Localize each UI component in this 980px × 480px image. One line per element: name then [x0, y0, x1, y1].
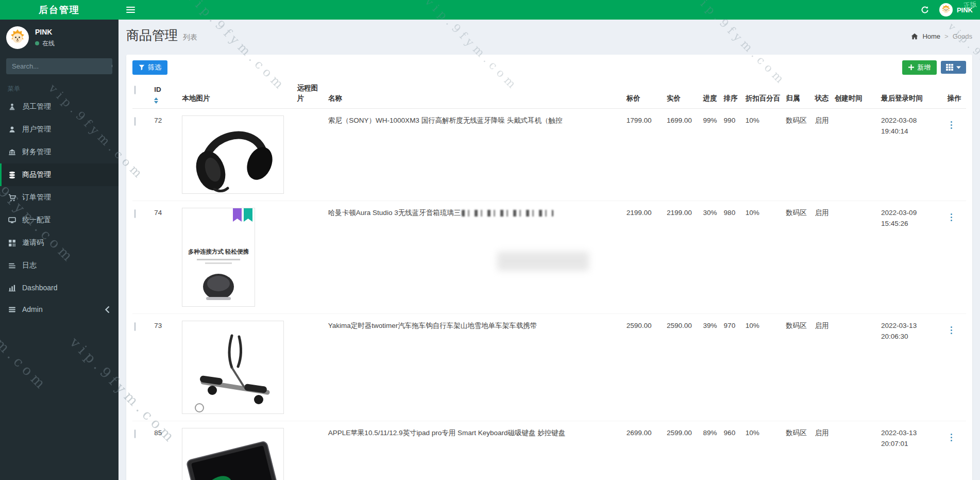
cell-remote-image: [295, 201, 326, 314]
row-actions-kebab-icon[interactable]: [948, 120, 956, 131]
row-actions-kebab-icon[interactable]: [948, 325, 956, 336]
search-icon[interactable]: [108, 58, 112, 74]
sidebar-item-logs[interactable]: 日志: [0, 254, 119, 277]
sidebar-item-label: 邀请码: [22, 238, 44, 247]
sidebar-item-label: Admin: [22, 305, 43, 313]
sidebar-item-label: 商品管理: [22, 170, 51, 179]
row-checkbox[interactable]: [134, 209, 136, 218]
sidebar-item-users[interactable]: 用户管理: [0, 118, 119, 141]
cell-price: 2199.00: [624, 201, 665, 314]
cell-category: 数码区: [784, 314, 813, 421]
col-header-actions: 操作: [945, 81, 966, 109]
col-header-discount: 折扣百分百: [744, 81, 784, 109]
sidebar-search: [6, 58, 112, 74]
cell-sort: 970: [722, 314, 744, 421]
row-actions-kebab-icon[interactable]: [948, 432, 956, 443]
navbar-username: PINK: [957, 6, 973, 14]
sidebar-item-admin[interactable]: Admin: [0, 299, 119, 320]
caret-down-icon: [956, 66, 961, 69]
sidebar-item-orders[interactable]: 订单管理: [0, 186, 119, 209]
sidebar-item-label: 财务管理: [22, 147, 51, 157]
cell-created: [833, 421, 879, 480]
menu-section-label: 菜单: [0, 78, 119, 95]
sidebar-item-label: 日志: [22, 261, 37, 270]
brand-logo: 后台管理: [0, 0, 119, 20]
sony-headphones-photo[interactable]: [182, 115, 284, 194]
col-header-category: 归属: [784, 81, 813, 109]
col-header-created: 创建时间: [833, 81, 879, 109]
add-button[interactable]: 新增: [902, 60, 937, 75]
bike-rack-photo[interactable]: [182, 321, 284, 414]
cell-id: 74: [152, 201, 180, 314]
speaker-image-caption: 多种连接方式 轻松便携: [188, 248, 249, 255]
cell-goods-name: 索尼（SONY）WH-1000XM3 国行高解析度无线蓝牙降噪 头戴式耳机（触控: [326, 109, 624, 201]
hamburger-menu-icon[interactable]: [119, 0, 143, 20]
harman-kardon-speaker-photo[interactable]: 多种连接方式 轻松便携: [182, 208, 255, 307]
content-area: 商品管理 列表 Home > Goods 筛选 新增: [119, 20, 980, 480]
col-header-last-login: 最后登录时间: [879, 81, 945, 109]
cell-status: 启用: [813, 314, 832, 421]
lion-avatar: [6, 26, 29, 49]
sidebar-user-status: 在线: [42, 39, 55, 48]
cell-status: 启用: [813, 201, 832, 314]
sidebar-item-invite-code[interactable]: 邀请码: [0, 231, 119, 254]
sidebar-item-config[interactable]: 统一配置: [0, 209, 119, 231]
cell-discount: 10%: [744, 421, 784, 480]
col-header-real-price: 实价: [665, 81, 701, 109]
ipad-keyboard-photo[interactable]: [182, 428, 284, 480]
refresh-icon[interactable]: [921, 6, 929, 14]
goods-card: 筛选 新增: [126, 55, 972, 480]
cell-last-login: 2022-03-09 15:45:26: [879, 201, 945, 314]
cell-progress: 89%: [701, 421, 721, 480]
select-all-checkbox[interactable]: [134, 86, 136, 94]
cell-id: 72: [152, 109, 180, 201]
logs-icon: [8, 262, 16, 270]
row-checkbox[interactable]: [134, 117, 136, 126]
table-row: 85: [132, 421, 966, 480]
page-title: 商品管理: [126, 27, 178, 44]
cell-price: 2699.00: [624, 421, 665, 480]
cell-real-price: 2199.00: [665, 201, 701, 314]
sidebar-item-label: 订单管理: [22, 193, 51, 202]
sidebar-item-label: 统一配置: [22, 216, 51, 225]
breadcrumb-home-link[interactable]: Home: [922, 32, 940, 40]
cell-price: 2590.00: [624, 314, 665, 421]
orders-icon: [8, 194, 16, 202]
search-input[interactable]: [6, 58, 108, 74]
col-header-remote-image: 远程图片: [295, 81, 326, 109]
col-header-sort: 排序: [722, 81, 744, 109]
cell-goods-name: 哈曼卡顿Aura Studio 3无线蓝牙音箱琉璃三: [326, 201, 624, 314]
sidebar-item-dashboard[interactable]: Dashboard: [0, 277, 119, 299]
table-row: 72: [132, 109, 966, 201]
cell-progress: 30%: [701, 201, 721, 314]
cell-remote-image: [295, 314, 326, 421]
cell-category: 数码区: [784, 109, 813, 201]
sidebar-item-employees[interactable]: 员工管理: [0, 95, 119, 118]
column-view-dropdown-button[interactable]: [941, 61, 966, 74]
cell-price: 1799.00: [624, 109, 665, 201]
sidebar-item-goods[interactable]: 商品管理: [0, 163, 119, 186]
row-checkbox[interactable]: [134, 322, 136, 331]
row-actions-kebab-icon[interactable]: [948, 212, 956, 223]
blurred-text: [462, 210, 553, 217]
sidebar-item-finance[interactable]: 财务管理: [0, 141, 119, 163]
sidebar-item-label: Dashboard: [22, 284, 58, 292]
sort-toggle-icon[interactable]: [154, 97, 159, 104]
user-menu[interactable]: PINK: [939, 3, 973, 16]
cell-progress: 99%: [701, 109, 721, 201]
cell-created: [833, 314, 879, 421]
goods-table: ID 本地图片 远程图片 名称 标价 实价 进度 排序 折扣百分百 归属 状态 …: [132, 81, 966, 480]
filter-button[interactable]: 筛选: [132, 60, 167, 75]
dashboard-icon: [8, 284, 16, 292]
cell-category: 数码区: [784, 201, 813, 314]
user-icon: [8, 126, 16, 134]
cell-status: 启用: [813, 109, 832, 201]
cell-id: 73: [152, 314, 180, 421]
table-grid-icon: [946, 64, 953, 71]
config-icon: [8, 217, 16, 224]
table-row: 74 多种连接方式 轻松便携: [132, 201, 966, 314]
cell-sort: 990: [722, 109, 744, 201]
cell-real-price: 2590.00: [665, 314, 701, 421]
plus-icon: [908, 64, 914, 70]
row-checkbox[interactable]: [134, 429, 136, 438]
